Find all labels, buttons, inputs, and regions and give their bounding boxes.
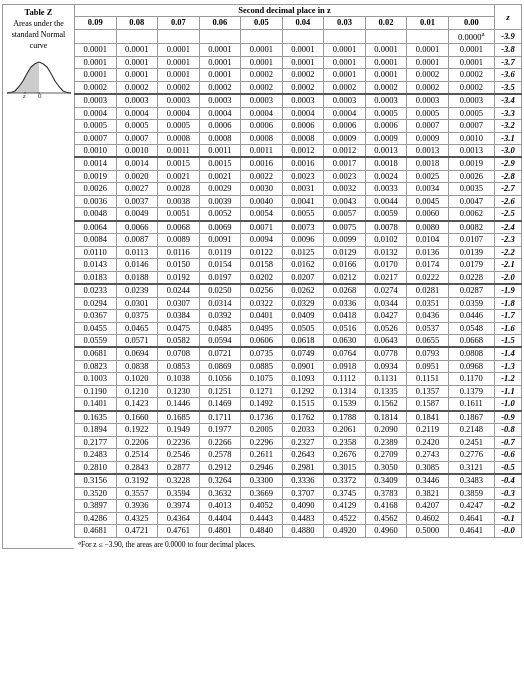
table-cell: 0.3336: [282, 474, 324, 487]
table-row: 0.38970.39360.39740.40130.40520.40900.41…: [75, 500, 522, 512]
table-cell: 0.2514: [116, 449, 158, 461]
table-z-value: -1.2: [494, 373, 521, 385]
table-cell: 0.1401: [75, 398, 117, 411]
table-cell: 0.0016: [282, 157, 324, 170]
table-cell: 0.0262: [282, 284, 324, 297]
table-cell: 0.0668: [448, 335, 494, 348]
table-row: 0.00010.00010.00010.00010.00010.00010.00…: [75, 44, 522, 56]
table-cell: 0.0409: [282, 310, 324, 322]
table-cell: 0.0009: [365, 132, 407, 144]
table-cell: 0.0006: [324, 120, 366, 132]
table-cell: 0.0606: [241, 335, 283, 348]
table-cell: 0.3936: [116, 500, 158, 512]
table-row: 0.00100.00100.00110.00110.00110.00120.00…: [75, 144, 522, 157]
table-cell: 0.4443: [241, 512, 283, 524]
table-z-value: -0.3: [494, 487, 521, 499]
table-cell: 0.0004: [158, 107, 200, 119]
table-cell: 0.0375: [116, 310, 158, 322]
table-z-value: -0.6: [494, 449, 521, 461]
table-cell: 0.2005: [241, 424, 283, 436]
table-cell: 0.0197: [199, 271, 241, 284]
table-cell: 0.0010: [75, 144, 117, 157]
table-z-value: -3.2: [494, 120, 521, 132]
table-z-value: -1.9: [494, 284, 521, 297]
table-cell: 0.1539: [324, 398, 366, 411]
table-cell: 0.4247: [448, 500, 494, 512]
table-row: 0.46810.47210.47610.48010.48400.48800.49…: [75, 525, 522, 537]
table-cell: 0.1020: [116, 373, 158, 385]
table-cell: 0.2877: [158, 461, 200, 474]
table-cell: 0.0002: [282, 69, 324, 81]
table-cell: 0.0001: [282, 56, 324, 68]
table-cell: 0.0008: [241, 132, 283, 144]
table-cell: 0.1379: [448, 385, 494, 397]
page: Table Z Areas under the standard Normal …: [0, 0, 524, 553]
table-z-value: -1.3: [494, 360, 521, 372]
table-cell: 0.2148: [448, 424, 494, 436]
table-cell: 0.0778: [365, 347, 407, 360]
table-cell: 0.3085: [407, 461, 449, 474]
table-cell: 0.0001: [448, 56, 494, 68]
table-cell: 0.0002: [448, 69, 494, 81]
table-cell: 0.1112: [324, 373, 366, 385]
table-cell: 0.3015: [324, 461, 366, 474]
table-cell: 0.0853: [158, 360, 200, 372]
table-cell: 0.0001: [75, 44, 117, 56]
table-row: 0.01430.01460.01500.01540.01580.01620.01…: [75, 259, 522, 271]
table-cell: 0.0322: [241, 297, 283, 309]
table-cell: 0.0007: [75, 132, 117, 144]
table-cell: 0.3859: [448, 487, 494, 499]
table-cell: 0.1210: [116, 385, 158, 397]
table-cell: 0.0012: [324, 144, 366, 157]
table-cell: 0.1922: [116, 424, 158, 436]
table-cell: 0.0025: [407, 170, 449, 182]
table-cell: 0.0038: [158, 195, 200, 207]
table-cell: 0.0051: [158, 208, 200, 221]
table-cell: 0.3372: [324, 474, 366, 487]
table-cell: 0.0122: [241, 246, 283, 258]
table-cell: 0.2578: [199, 449, 241, 461]
table-cell: 0.0125: [282, 246, 324, 258]
table-cell: 0.0002: [158, 81, 200, 94]
table-cell: 0.0869: [199, 360, 241, 372]
table-cell: 0.0010: [448, 132, 494, 144]
table-cell: 0.3409: [365, 474, 407, 487]
table-cell: 0.0036: [75, 195, 117, 207]
table-cell: 0.1423: [116, 398, 158, 411]
table-cell: 0.0013: [407, 144, 449, 157]
table-z-value: -2.0: [494, 271, 521, 284]
table-cell: 0.0003: [158, 94, 200, 107]
table-z-value: -3.0: [494, 144, 521, 157]
table-cell: 0.0202: [241, 271, 283, 284]
table-cell: 0.0007: [116, 132, 158, 144]
table-cell: 0.0003: [365, 94, 407, 107]
table-cell: 0.0749: [282, 347, 324, 360]
z-col-header: z: [494, 5, 521, 30]
table-cell: 0.0233: [75, 284, 117, 297]
table-cell: 0.0002: [199, 81, 241, 94]
table-cell: 0.0078: [365, 221, 407, 234]
table-z-value: -1.0: [494, 398, 521, 411]
table-row: 0.21770.22060.22360.22660.22960.23270.23…: [75, 436, 522, 448]
table-cell: 0.0024: [365, 170, 407, 182]
table-cell: 0.1762: [282, 411, 324, 424]
table-z-value: -3.1: [494, 132, 521, 144]
table-cell: 0.0336: [324, 297, 366, 309]
table-cell: 0.0066: [116, 221, 158, 234]
table-cell: 0.0001: [407, 44, 449, 56]
table-z-value: -1.6: [494, 322, 521, 334]
table-cell: 0.1711: [199, 411, 241, 424]
table-cell: 0.2546: [158, 449, 200, 461]
table-cell: 0.0052: [199, 208, 241, 221]
table-cell: 0.0068: [158, 221, 200, 234]
table-row: 0.11900.12100.12300.12510.12710.12920.13…: [75, 385, 522, 397]
table-cell: 0.2090: [365, 424, 407, 436]
table-row: 0.02330.02390.02440.02500.02560.02620.02…: [75, 284, 522, 297]
table-cell: 0.0001: [75, 56, 117, 68]
table-row: 0.05590.05710.05820.05940.06060.06180.06…: [75, 335, 522, 348]
table-row: 0.35200.35570.35940.36320.36690.37070.37…: [75, 487, 522, 499]
table-cell: 0.0384: [158, 310, 200, 322]
table-cell: 0.1335: [365, 385, 407, 397]
table-row: 0.28100.28430.28770.29120.29460.29810.30…: [75, 461, 522, 474]
table-cell: 0.1469: [199, 398, 241, 411]
